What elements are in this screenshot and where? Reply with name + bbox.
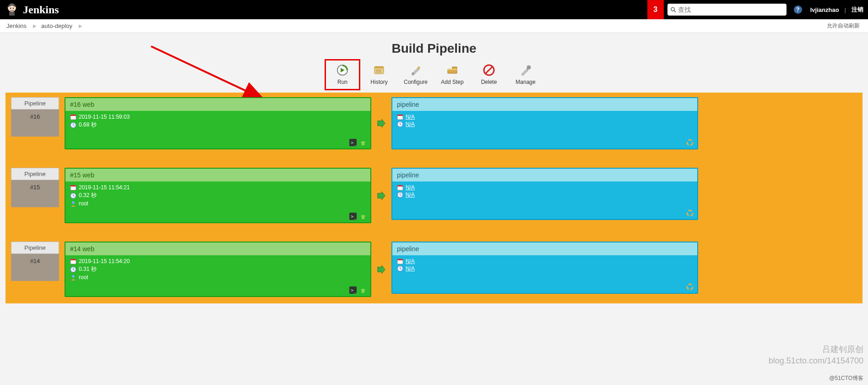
stage-title: pipeline <box>392 169 697 182</box>
pipeline-build-number: #16 <box>30 113 40 120</box>
trigger-icon[interactable] <box>686 283 694 291</box>
jenkins-logo-icon <box>5 3 18 16</box>
pipeline-side-label: Pipeline <box>11 168 59 180</box>
breadcrumb-chevron-icon: ▶ <box>79 23 82 28</box>
arrow-right-icon <box>377 265 386 274</box>
tool-label: Run <box>328 79 357 85</box>
history-icon <box>373 64 385 76</box>
user-icon <box>70 274 76 280</box>
clock-icon <box>397 265 403 272</box>
build-stage-card[interactable]: #15 web 2019-11-15 11:54:21 0.32 秒 root <box>65 168 371 223</box>
trigger-icon[interactable] <box>686 209 694 217</box>
pipeline-side-box: Pipeline #15 <box>11 168 59 207</box>
header-separator: | <box>845 6 846 13</box>
pipeline-grid: Pipeline #16 #16 web 2019-11-15 11:59:03… <box>5 93 863 303</box>
console-icon[interactable] <box>349 213 357 220</box>
search-input[interactable] <box>678 6 784 13</box>
notification-badge[interactable]: 3 <box>647 0 664 19</box>
calendar-icon <box>70 258 76 264</box>
top-header: Jenkins 3 ? lvjianzhao | 注销 <box>0 0 868 19</box>
console-icon[interactable] <box>349 139 357 146</box>
console-icon[interactable] <box>349 286 357 294</box>
add-step-button[interactable]: Add Step <box>437 61 468 88</box>
tool-label: Configure <box>401 79 430 85</box>
run-icon <box>336 64 348 76</box>
calendar-icon <box>70 184 76 191</box>
username-link[interactable]: lvjianzhao <box>810 6 839 13</box>
clock-icon <box>70 266 76 273</box>
build-user: root <box>79 274 88 280</box>
manage-button[interactable]: Manage <box>510 61 541 88</box>
stage-connector <box>377 191 386 200</box>
pipeline-build-number: #15 <box>30 184 40 191</box>
delete-button[interactable]: Delete <box>473 61 505 88</box>
calendar-icon <box>397 114 403 120</box>
build-duration: 0.31 秒 <box>79 265 97 273</box>
pipeline-row: Pipeline #16 #16 web 2019-11-15 11:59:03… <box>11 97 857 149</box>
stage-title: #15 web <box>65 169 370 182</box>
build-duration: 0.68 秒 <box>79 121 97 129</box>
downstream-stage-card[interactable]: pipeline N/A N/A <box>391 97 698 149</box>
user-icon <box>70 200 76 207</box>
pipeline-build-number: #14 <box>30 258 40 264</box>
add-step-icon <box>446 64 458 76</box>
breadcrumb-item-auto-deploy[interactable]: auto-deploy <box>41 22 72 29</box>
build-stage-card[interactable]: #16 web 2019-11-15 11:59:03 0.68 秒 <box>65 97 371 149</box>
brand-area[interactable]: Jenkins <box>0 3 65 16</box>
delete-icon <box>483 64 495 76</box>
brand-text: Jenkins <box>23 4 59 16</box>
configure-button[interactable]: Configure <box>400 61 431 88</box>
build-duration: 0.32 秒 <box>79 192 97 199</box>
build-timestamp: 2019-11-15 11:59:03 <box>79 114 130 120</box>
na-timestamp-link[interactable]: N/A <box>406 258 415 264</box>
na-timestamp-link[interactable]: N/A <box>406 184 415 191</box>
build-timestamp: 2019-11-15 11:54:20 <box>79 258 130 264</box>
manage-icon <box>520 64 532 76</box>
tool-label: Manage <box>511 79 540 85</box>
help-icon: ? <box>794 6 802 14</box>
configure-icon <box>410 64 422 76</box>
rerun-icon[interactable] <box>359 213 367 220</box>
calendar-icon <box>397 184 403 191</box>
rerun-icon[interactable] <box>359 139 367 146</box>
run-button[interactable]: Run <box>327 61 358 88</box>
search-box[interactable] <box>667 4 787 16</box>
pipeline-row: Pipeline #14 #14 web 2019-11-15 11:54:20… <box>11 242 857 297</box>
stage-title: pipeline <box>392 98 697 111</box>
breadcrumb-chevron-icon: ▶ <box>33 23 37 28</box>
stage-title: #16 web <box>65 98 370 111</box>
clock-icon <box>70 192 76 199</box>
main-content: Build Pipeline Run History Configure Add… <box>0 33 868 303</box>
help-button[interactable]: ? <box>794 6 802 14</box>
pipeline-side-box: Pipeline #14 <box>11 242 59 281</box>
tool-label: Delete <box>474 79 504 85</box>
arrow-right-icon <box>377 191 386 200</box>
stage-title: pipeline <box>392 242 697 255</box>
auto-refresh-link[interactable]: 允许自动刷新 <box>827 22 860 30</box>
rerun-icon[interactable] <box>359 286 367 294</box>
na-duration-link[interactable]: N/A <box>406 265 415 272</box>
build-timestamp: 2019-11-15 11:54:21 <box>79 184 130 191</box>
stage-title: #14 web <box>65 242 370 255</box>
breadcrumb: Jenkins ▶ auto-deploy ▶ 允许自动刷新 <box>0 19 868 33</box>
na-timestamp-link[interactable]: N/A <box>406 114 415 120</box>
history-button[interactable]: History <box>363 61 395 88</box>
na-duration-link[interactable]: N/A <box>406 121 415 127</box>
downstream-stage-card[interactable]: pipeline N/A N/A <box>391 168 698 220</box>
page-title: Build Pipeline <box>0 41 868 56</box>
search-icon <box>670 6 676 13</box>
arrow-right-icon <box>377 119 386 128</box>
na-duration-link[interactable]: N/A <box>406 192 415 198</box>
tool-label: Add Step <box>438 79 467 85</box>
trigger-icon[interactable] <box>686 139 694 146</box>
pipeline-side-label: Pipeline <box>11 242 59 254</box>
breadcrumb-item-jenkins[interactable]: Jenkins <box>6 22 27 29</box>
logout-link[interactable]: 注销 <box>852 6 863 14</box>
clock-icon <box>397 192 403 198</box>
build-stage-card[interactable]: #14 web 2019-11-15 11:54:20 0.31 秒 root <box>65 242 371 297</box>
clock-icon <box>397 121 403 127</box>
tool-label: History <box>364 79 394 85</box>
pipeline-side-label: Pipeline <box>11 97 59 110</box>
downstream-stage-card[interactable]: pipeline N/A N/A <box>391 242 698 294</box>
stage-connector <box>377 265 386 274</box>
